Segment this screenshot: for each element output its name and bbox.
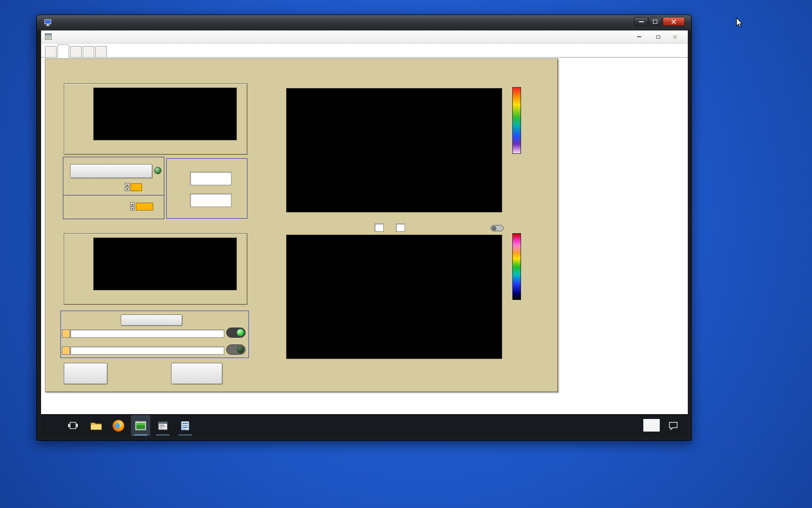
remote-desktop-screen — [41, 30, 688, 436]
processed-logging-toggle[interactable] — [226, 328, 246, 338]
tab-strip — [41, 44, 688, 58]
document-app-icon — [180, 421, 190, 431]
restart-processed-file-button[interactable] — [121, 314, 182, 326]
azimuth-value — [190, 172, 232, 185]
restore-icon — [653, 20, 657, 24]
document-app-button[interactable] — [175, 415, 195, 436]
rays-in-background-value[interactable] — [130, 183, 142, 191]
logging-off-led-icon — [237, 346, 244, 353]
elevation-value — [190, 194, 232, 207]
file-explorer-button[interactable] — [87, 415, 106, 436]
main-panel — [45, 59, 558, 392]
tab-wind-profile[interactable] — [95, 46, 107, 57]
tab-scheduling[interactable] — [83, 46, 94, 57]
task-view-button[interactable] — [63, 415, 83, 436]
backscatter-doppler-toggle[interactable] — [491, 225, 504, 231]
doppler-colorbar — [512, 233, 521, 300]
velocity-panel — [64, 233, 247, 305]
notification-button[interactable] — [664, 415, 683, 436]
a-scope-x-ticks — [93, 141, 236, 147]
backscatter-heatmap — [286, 88, 502, 212]
spinner-down-icon[interactable] — [125, 187, 130, 191]
velocity-y-ticks — [74, 235, 91, 283]
app-minimize-icon — [637, 36, 641, 37]
rdp-titlebar[interactable] — [37, 15, 691, 30]
a-scope-y-ticks — [76, 85, 91, 133]
scanner-position-box — [166, 158, 247, 219]
spinner-up-icon[interactable] — [125, 183, 130, 187]
renew-background-button[interactable] — [70, 164, 152, 178]
backscatter-y-ticks — [263, 86, 283, 214]
path-drive-icon[interactable] — [62, 346, 70, 355]
firefox-icon — [113, 420, 124, 432]
app-close-icon — [673, 35, 677, 39]
snr-threshold-value[interactable] — [136, 203, 153, 210]
restore-button[interactable] — [649, 17, 662, 26]
snr-threshold-box — [63, 195, 164, 219]
average-count-value — [396, 224, 405, 232]
path-drive-icon[interactable] — [62, 329, 70, 338]
raw-logging-toggle[interactable] — [226, 344, 246, 355]
raw-path-field[interactable] — [70, 346, 224, 355]
data-logging-box — [60, 311, 249, 358]
background-controls-box — [63, 157, 164, 195]
streamline-app-icon — [135, 421, 146, 431]
tab-system-setup[interactable] — [45, 46, 57, 57]
velocity-x-ticks — [93, 291, 236, 297]
mouse-cursor-icon — [736, 17, 745, 28]
app-minimize-button[interactable] — [632, 32, 646, 42]
remote-taskbar — [41, 414, 688, 436]
processed-path-field[interactable] — [70, 329, 224, 338]
app-restore-button[interactable] — [651, 32, 666, 42]
spinner-up-icon[interactable] — [130, 202, 135, 206]
tab-temp-humidity[interactable] — [70, 46, 82, 57]
rdp-computer-icon — [44, 19, 52, 26]
doppler-heatmap — [286, 235, 502, 359]
tab-real-time-data[interactable] — [58, 45, 69, 58]
task-view-icon — [68, 421, 78, 431]
change-lidar-settings-button[interactable] — [171, 363, 222, 384]
doppler-y-ticks — [263, 232, 283, 360]
scan-scheduler-button[interactable] — [153, 415, 173, 436]
average-number-value[interactable] — [375, 224, 384, 232]
a-scope-panel — [64, 83, 247, 155]
open-app-underline — [178, 434, 192, 435]
backscatter-colorbar — [512, 87, 521, 154]
scan-scheduler-icon — [158, 421, 168, 431]
app-close-button[interactable] — [667, 32, 682, 42]
stop-software-button[interactable] — [64, 363, 107, 384]
a-scope-graph — [93, 88, 237, 140]
file-explorer-icon — [90, 421, 102, 431]
language-indicator[interactable] — [643, 419, 660, 432]
toggle-knob-icon — [492, 226, 496, 231]
rays-spinner[interactable] — [125, 183, 130, 191]
notification-chat-icon — [668, 421, 678, 430]
background-led-icon — [154, 167, 161, 174]
active-app-underline — [134, 434, 147, 435]
app-restore-icon — [656, 35, 660, 39]
streamline-app-button[interactable] — [131, 415, 150, 436]
spinner-down-icon[interactable] — [130, 207, 135, 210]
close-icon — [671, 19, 676, 24]
logging-on-led-icon — [237, 329, 244, 336]
velocity-graph — [93, 238, 237, 290]
open-app-underline — [156, 434, 170, 435]
app-titlebar[interactable] — [41, 30, 688, 44]
minimize-button[interactable] — [634, 17, 648, 26]
minimize-icon — [639, 21, 644, 22]
vi-app-icon — [45, 33, 52, 40]
firefox-button[interactable] — [109, 415, 128, 436]
snr-spinner[interactable] — [130, 202, 135, 210]
rdp-window — [36, 15, 692, 441]
close-button[interactable] — [663, 17, 685, 26]
